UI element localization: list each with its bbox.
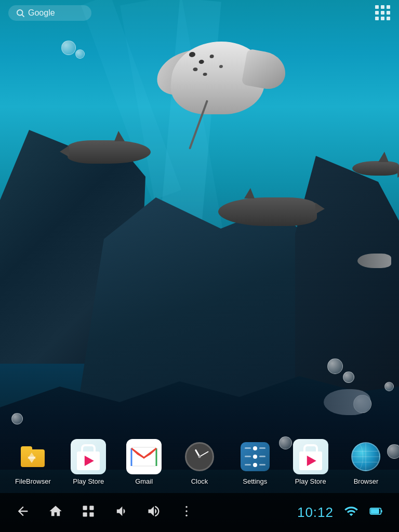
settings-icon (241, 442, 270, 471)
svg-point-9 (185, 506, 188, 508)
clock-time: 10:12 (297, 504, 334, 521)
back-icon (16, 504, 30, 518)
svg-rect-6 (89, 506, 94, 510)
back-button[interactable] (16, 504, 30, 522)
svg-line-1 (22, 15, 24, 17)
svg-point-11 (185, 514, 188, 516)
nav-left-group (16, 504, 194, 522)
svg-rect-5 (83, 506, 87, 510)
clock-face (185, 442, 214, 471)
svg-point-10 (185, 510, 188, 512)
small-fish (357, 254, 391, 268)
volume-down-button[interactable] (114, 504, 128, 522)
app-playstore1-label: Play Store (73, 477, 104, 485)
app-browser[interactable]: Browser (342, 439, 389, 485)
apps-grid-button[interactable] (375, 5, 391, 21)
app-clock[interactable]: Clock (176, 439, 223, 485)
menu-button[interactable] (179, 504, 194, 522)
top-bar: Google (0, 0, 399, 26)
bubble-8 (384, 382, 394, 391)
app-playstore2-label: Play Store (295, 477, 326, 485)
app-settings[interactable]: Settings (232, 439, 278, 485)
search-icon (16, 8, 25, 18)
svg-rect-8 (89, 512, 94, 516)
browser-globe (351, 442, 380, 471)
recents-icon (81, 504, 96, 518)
wifi-status (344, 504, 358, 522)
recents-button[interactable] (81, 504, 96, 522)
battery-status (369, 504, 383, 522)
svg-point-0 (17, 10, 23, 16)
bubble-4 (327, 358, 343, 374)
app-settings-label: Settings (243, 477, 267, 485)
reef-fish (324, 389, 370, 415)
nav-right-group: 10:12 (297, 504, 383, 522)
shark-2 (218, 197, 317, 226)
svg-rect-14 (381, 510, 382, 512)
gmail-icon-svg (130, 446, 157, 467)
home-button[interactable] (48, 504, 63, 522)
app-dock: FileBrowser Play Store (0, 433, 399, 490)
volume-down-icon (114, 504, 128, 518)
wifi-icon (344, 504, 358, 518)
bubble-5 (343, 371, 354, 383)
app-filebrowser-label: FileBrowser (15, 477, 51, 485)
app-filebrowser[interactable]: FileBrowser (9, 439, 56, 485)
manta-ray (156, 31, 286, 145)
shark-3 (352, 161, 399, 176)
app-playstore-2[interactable]: Play Store (287, 439, 334, 485)
app-gmail-label: Gmail (135, 477, 153, 485)
search-label: Google (28, 8, 55, 18)
svg-rect-13 (371, 509, 379, 513)
home-icon (48, 504, 63, 518)
bubble-1 (61, 41, 76, 55)
battery-icon (369, 504, 383, 518)
volume-up-button[interactable] (147, 504, 161, 522)
svg-rect-7 (83, 512, 87, 516)
search-bar[interactable]: Google (8, 5, 91, 21)
app-playstore-1[interactable]: Play Store (65, 439, 112, 485)
app-gmail[interactable]: Gmail (121, 439, 167, 485)
navigation-bar: 10:12 (0, 493, 399, 532)
shark-1 (68, 140, 151, 164)
svg-rect-2 (131, 447, 156, 466)
bubble-3 (11, 413, 23, 424)
bubble-2 (75, 49, 85, 59)
menu-icon (179, 504, 194, 518)
app-browser-label: Browser (354, 477, 379, 485)
volume-up-icon (147, 504, 161, 518)
app-clock-label: Clock (191, 477, 208, 485)
